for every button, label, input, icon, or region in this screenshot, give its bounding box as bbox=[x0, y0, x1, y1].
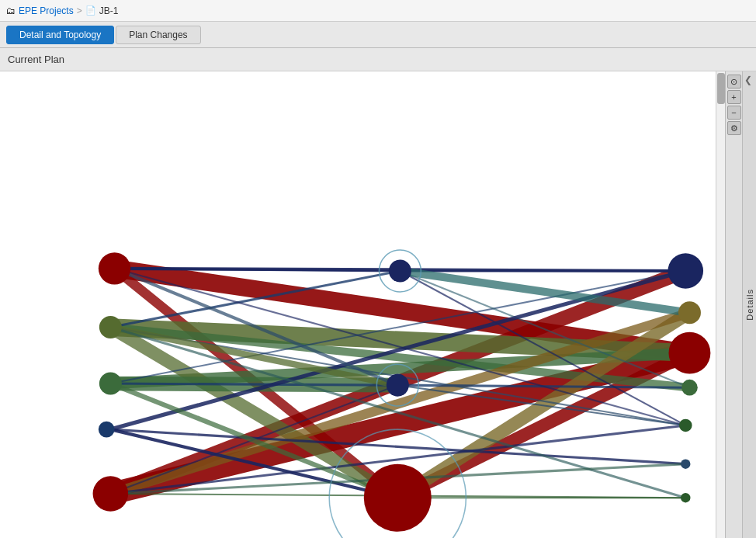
right-toolbar: ⊙ + − ⚙ bbox=[725, 71, 742, 538]
breadcrumb-current: JB-1 bbox=[99, 5, 119, 16]
target-button[interactable]: ⊙ bbox=[727, 75, 741, 89]
section-header: Current Plan bbox=[0, 48, 756, 71]
node-mid-2 bbox=[387, 374, 409, 397]
details-label: Details bbox=[745, 289, 754, 321]
node-mid-1 bbox=[389, 259, 411, 282]
node-right-6 bbox=[681, 459, 690, 468]
tab-detail-topology[interactable]: Detail and Topology bbox=[6, 26, 114, 44]
node-right-1 bbox=[668, 253, 703, 289]
topology-svg bbox=[0, 71, 716, 538]
svg-line-16 bbox=[110, 384, 397, 385]
node-right-3 bbox=[668, 332, 710, 374]
section-title: Current Plan bbox=[8, 54, 64, 65]
node-mid-3 bbox=[364, 464, 432, 532]
file-icon: 📄 bbox=[85, 5, 96, 16]
settings-button[interactable]: ⚙ bbox=[727, 121, 741, 135]
node-left-4 bbox=[99, 422, 115, 438]
node-left-3 bbox=[99, 373, 122, 395]
node-left-1 bbox=[99, 252, 130, 284]
details-panel[interactable]: ❮ Details bbox=[742, 71, 756, 538]
details-arrow-icon: ❮ bbox=[744, 75, 752, 85]
tab-bar: Detail and Topology Plan Changes bbox=[0, 22, 756, 48]
node-right-2 bbox=[678, 301, 701, 324]
scrollbar-thumb[interactable] bbox=[717, 73, 725, 104]
node-left-2 bbox=[99, 316, 122, 338]
folder-icon: 🗂 bbox=[6, 5, 16, 16]
scrollbar[interactable] bbox=[716, 71, 725, 538]
node-right-4 bbox=[681, 380, 698, 396]
node-right-5 bbox=[679, 419, 692, 432]
main-layout: ⊙ + − ⚙ ❮ Details bbox=[0, 71, 756, 538]
zoom-in-button[interactable]: + bbox=[727, 90, 741, 104]
topology-canvas[interactable] bbox=[0, 71, 716, 538]
node-right-7 bbox=[681, 493, 690, 502]
breadcrumb-bar: 🗂 EPE Projects > 📄 JB-1 bbox=[0, 0, 756, 22]
node-left-5 bbox=[93, 476, 129, 512]
zoom-out-button[interactable]: − bbox=[727, 106, 741, 120]
tab-plan-changes[interactable]: Plan Changes bbox=[116, 26, 200, 44]
breadcrumb-separator: > bbox=[77, 5, 82, 16]
breadcrumb-root[interactable]: EPE Projects bbox=[19, 5, 74, 16]
